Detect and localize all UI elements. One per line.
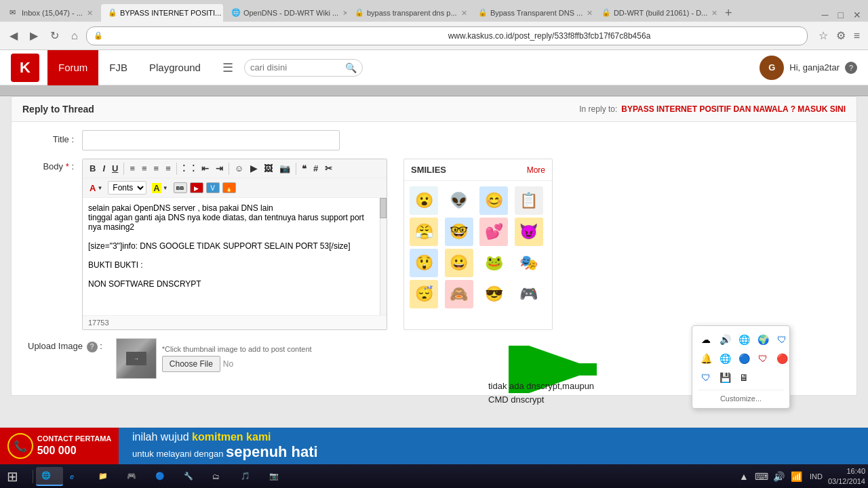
underline-button[interactable]: U [109, 162, 121, 175]
image-button[interactable]: 🖼 [261, 162, 275, 175]
close-button[interactable]: ✕ [849, 8, 865, 22]
smiley-14[interactable]: 🙈 [445, 280, 473, 308]
tab-close-bypass2[interactable]: ✕ [587, 9, 593, 18]
popup-icon-circle[interactable]: 🔵 [736, 350, 752, 367]
popup-icon-monitor[interactable]: 🖥 [736, 369, 752, 386]
nav-forum[interactable]: Forum [47, 50, 98, 85]
menu-icon[interactable]: ≡ [851, 28, 863, 43]
bb-icon[interactable]: BB [174, 182, 187, 193]
taskbar-folder[interactable]: 📁 [93, 467, 120, 486]
smiley-1[interactable]: 😮 [410, 186, 438, 215]
smiley-7[interactable]: 💕 [479, 218, 508, 246]
emoticon-button[interactable]: ☺ [232, 162, 246, 175]
smiley-6[interactable]: 🤓 [445, 218, 473, 246]
font-color-button[interactable]: A ▼ [87, 182, 105, 195]
tab-bypass[interactable]: 🔒 BYPASS INTERNET POSITI... ✕ [101, 4, 223, 22]
popup-icon-cloud[interactable]: ☁ [698, 331, 714, 348]
upload-help-icon[interactable]: ? [87, 342, 98, 352]
tray-network-icon[interactable]: 📶 [789, 469, 804, 484]
bold-button[interactable]: B [87, 162, 98, 175]
popup-icon-globe2[interactable]: 🌍 [755, 331, 771, 348]
tab-close-opendns[interactable]: ✕ [342, 9, 347, 18]
tray-keyboard-icon[interactable]: ⌨ [754, 469, 769, 484]
editor-scrollbar[interactable] [380, 198, 387, 315]
italic-button[interactable]: I [100, 162, 108, 175]
popup-icon-shield2[interactable]: 🛡 [755, 350, 771, 367]
more-smilies-link[interactable]: More [527, 165, 545, 175]
minimize-button[interactable]: ─ [818, 8, 833, 22]
smiley-11[interactable]: 🐸 [479, 249, 508, 277]
refresh-button[interactable]: ↻ [46, 28, 63, 43]
thumbnail-preview[interactable]: → [116, 338, 157, 379]
align-center-button[interactable]: ≡ [139, 162, 150, 175]
site-logo[interactable]: K [11, 54, 39, 82]
align-justify-button[interactable]: ≡ [163, 162, 174, 175]
indent-dec-button[interactable]: ⇤ [199, 162, 212, 175]
taskbar-chrome[interactable]: 🌐 [36, 467, 63, 486]
popup-icon-globe1[interactable]: 🌐 [736, 331, 752, 348]
maximize-button[interactable]: □ [834, 8, 848, 22]
font-select[interactable]: Fonts [108, 181, 146, 195]
taskbar-app6[interactable]: 📷 [264, 467, 291, 486]
tab-close-bypass-transparent[interactable]: ✕ [461, 9, 467, 18]
fire-icon[interactable]: 🔥 [222, 182, 236, 193]
tab-bypass2[interactable]: 🔒 Bypass Transparent DNS ... ✕ [471, 4, 593, 22]
smiley-12[interactable]: 🎭 [515, 249, 543, 277]
tray-volume-icon[interactable]: 🔊 [772, 469, 787, 484]
body-textarea[interactable]: selain pakai OpenDNS server , bisa pakai… [83, 198, 380, 313]
search-button[interactable]: 🔍 [345, 62, 357, 73]
tab-bypass-transparent[interactable]: 🔒 bypass transparent dns p... ✕ [348, 4, 470, 22]
smiley-8[interactable]: 😈 [515, 218, 543, 246]
taskbar-app5[interactable]: 🎵 [235, 467, 262, 486]
taskbar-ie[interactable]: e [64, 467, 92, 486]
tray-up-icon[interactable]: ▲ [736, 469, 751, 484]
search-input[interactable] [250, 62, 345, 73]
customize-link[interactable]: Customize... [698, 390, 784, 403]
address-bar[interactable]: 🔒 www.kaskus.co.id/post_reply/533f8ffb3f… [86, 26, 808, 45]
tab-gmail[interactable]: ✉ Inbox (15,047) - ... ✕ [3, 4, 100, 22]
align-right-button[interactable]: ≡ [151, 162, 162, 175]
venmo-icon[interactable]: V [206, 182, 220, 193]
popup-icon-save[interactable]: 💾 [717, 369, 733, 386]
popup-icon-globe3[interactable]: 🌐 [717, 350, 733, 367]
bookmark-icon[interactable]: ☆ [816, 28, 831, 43]
popup-icon-bell[interactable]: 🔔 [698, 350, 714, 367]
forward-button[interactable]: ▶ [26, 28, 42, 43]
popup-icon-sound[interactable]: 🔊 [717, 331, 733, 348]
smiley-16[interactable]: 🎮 [515, 280, 543, 308]
tab-close-ddwrt[interactable]: ✕ [711, 9, 717, 18]
tab-ddwrt[interactable]: 🔒 DD-WRT (build 21061) - D... ✕ [595, 4, 717, 22]
smiley-9[interactable]: 😲 [410, 249, 438, 277]
taskbar-app3[interactable]: 🔧 [178, 467, 205, 486]
popup-icon-shield1[interactable]: 🛡 [774, 331, 790, 348]
settings-icon[interactable]: ⚙ [833, 28, 848, 43]
indent-inc-button[interactable]: ⇥ [213, 162, 226, 175]
taskbar-app2[interactable]: 🔵 [150, 467, 177, 486]
list-icon[interactable]: ☰ [222, 60, 233, 75]
start-button[interactable]: ⊞ [3, 467, 30, 486]
nav-playground[interactable]: Playground [138, 50, 212, 85]
smiley-4[interactable]: 📋 [515, 186, 543, 215]
quote-button[interactable]: ❝ [299, 162, 309, 175]
help-button[interactable]: ? [845, 62, 857, 74]
choose-file-button[interactable]: Choose File [162, 356, 220, 372]
smiley-2[interactable]: 👽 [445, 186, 473, 215]
list-ol-button[interactable]: ⁚ [189, 162, 197, 175]
taskbar-app4[interactable]: 🗂 [207, 467, 234, 486]
nav-fjb[interactable]: FJB [98, 50, 138, 85]
smiley-5[interactable]: 😤 [410, 218, 438, 246]
video-button[interactable]: 📷 [277, 162, 293, 175]
smiley-13[interactable]: 😴 [410, 280, 438, 308]
back-button[interactable]: ◀ [5, 28, 22, 43]
new-tab-button[interactable]: + [721, 5, 736, 22]
title-input[interactable] [82, 130, 340, 150]
font-highlight-button[interactable]: A ▼ [149, 182, 170, 195]
editor-scrollbar-thumb[interactable] [380, 198, 387, 218]
popup-icon-shield3[interactable]: 🛡 [698, 369, 714, 386]
home-button[interactable]: ⌂ [67, 28, 82, 43]
smiley-3[interactable]: 😊 [479, 186, 508, 215]
spoiler-button[interactable]: ✂ [322, 162, 335, 175]
align-left-button[interactable]: ≡ [127, 162, 138, 175]
smiley-10[interactable]: 😀 [445, 249, 473, 277]
list-ul-button[interactable]: ⁚ [180, 162, 188, 175]
